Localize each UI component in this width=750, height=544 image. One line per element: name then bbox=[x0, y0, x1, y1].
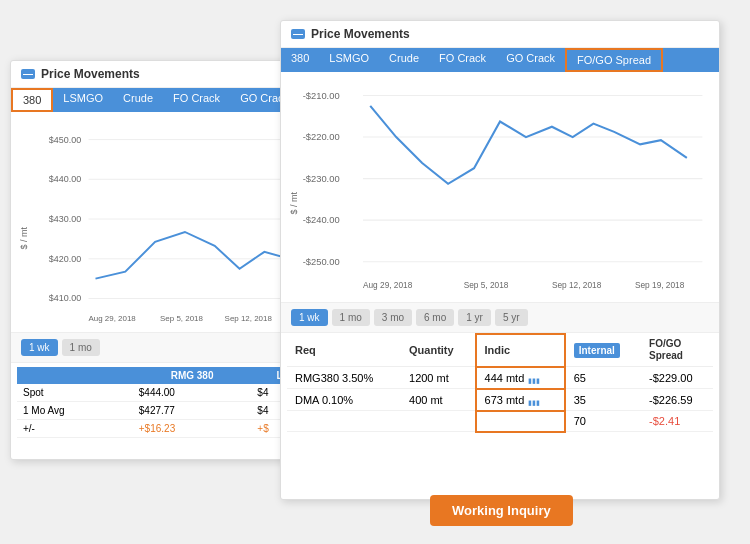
right-cell-fogo-1: -$229.00 bbox=[641, 367, 713, 389]
right-cell-indic-2: 673 mtd bbox=[476, 389, 565, 411]
internal-badge: Internal bbox=[574, 343, 620, 358]
right-row-1: RMG380 3.50% 1200 mt 444 mtd 65 -$229.00 bbox=[287, 367, 713, 389]
indic-text-2: 673 mtd bbox=[485, 394, 525, 406]
chart-icon-left bbox=[21, 69, 35, 79]
right-th-internal: Internal bbox=[565, 334, 641, 367]
right-panel: Price Movements 380 LSMGO Crude FO Crack… bbox=[280, 20, 720, 500]
left-cell-spot-rmg: $444.00 bbox=[133, 384, 252, 402]
right-th-qty: Quantity bbox=[401, 334, 476, 367]
tab-fo-crack-left[interactable]: FO Crack bbox=[163, 88, 230, 112]
tab-380-left[interactable]: 380 bbox=[11, 88, 53, 112]
right-panel-header: Price Movements bbox=[281, 21, 719, 48]
tab-fogo-spread-right[interactable]: FO/GO Spread bbox=[565, 48, 663, 72]
indic-value-1: 444 mtd bbox=[485, 372, 556, 384]
svg-text:Sep 19, 2018: Sep 19, 2018 bbox=[635, 280, 685, 290]
right-cell-internal-2: 35 bbox=[565, 389, 641, 411]
right-row-2: DMA 0.10% 400 mt 673 mtd 35 -$226.59 bbox=[287, 389, 713, 411]
svg-text:Sep 5, 2018: Sep 5, 2018 bbox=[464, 280, 509, 290]
svg-text:$410.00: $410.00 bbox=[49, 293, 81, 303]
right-row-3: 70 -$2.41 bbox=[287, 411, 713, 432]
right-cell-fogo-3: -$2.41 bbox=[641, 411, 713, 432]
left-y-axis-label: $ / mt bbox=[19, 227, 29, 250]
bar-chart-icon-1 bbox=[528, 373, 540, 383]
right-time-1yr[interactable]: 1 yr bbox=[458, 309, 491, 326]
svg-text:Sep 12, 2018: Sep 12, 2018 bbox=[225, 314, 273, 323]
right-data-table-wrap: Req Quantity Indic Internal FO/GOSpread … bbox=[281, 333, 719, 433]
tab-crude-left[interactable]: Crude bbox=[113, 88, 163, 112]
svg-text:-$230.00: -$230.00 bbox=[303, 174, 340, 184]
svg-text:-$210.00: -$210.00 bbox=[303, 91, 340, 101]
right-cell-req-2: DMA 0.10% bbox=[287, 389, 401, 411]
svg-text:$430.00: $430.00 bbox=[49, 214, 81, 224]
working-inquiry-button[interactable]: Working Inquiry bbox=[430, 495, 573, 526]
chart-icon-right bbox=[291, 29, 305, 39]
left-cell-1moavg-label: 1 Mo Avg bbox=[17, 402, 133, 420]
tab-go-crack-right[interactable]: GO Crack bbox=[496, 48, 565, 72]
left-data-table: RMG 380 LSM Spot $444.00 $4 1 Mo Avg $42… bbox=[17, 367, 323, 438]
left-th-empty bbox=[17, 367, 133, 384]
left-panel-title: Price Movements bbox=[41, 67, 140, 81]
tab-fo-crack-right[interactable]: FO Crack bbox=[429, 48, 496, 72]
right-time-1mo[interactable]: 1 mo bbox=[332, 309, 370, 326]
right-data-table: Req Quantity Indic Internal FO/GOSpread … bbox=[287, 333, 713, 433]
right-chart-svg: -$210.00 -$220.00 -$230.00 -$240.00 -$25… bbox=[291, 80, 709, 298]
left-cell-pm-label: +/- bbox=[17, 420, 133, 438]
right-time-5yr[interactable]: 5 yr bbox=[495, 309, 528, 326]
left-cell-1moavg-rmg: $427.77 bbox=[133, 402, 252, 420]
svg-text:Aug 29, 2018: Aug 29, 2018 bbox=[363, 280, 413, 290]
right-th-fogo: FO/GOSpread bbox=[641, 334, 713, 367]
right-cell-qty-1: 1200 mt bbox=[401, 367, 476, 389]
left-row-1moavg: 1 Mo Avg $427.77 $4 bbox=[17, 402, 323, 420]
svg-text:-$250.00: -$250.00 bbox=[303, 257, 340, 267]
right-time-3mo[interactable]: 3 mo bbox=[374, 309, 412, 326]
right-cell-qty-3 bbox=[401, 411, 476, 432]
right-cell-indic-3 bbox=[476, 411, 565, 432]
svg-text:Sep 5, 2018: Sep 5, 2018 bbox=[160, 314, 203, 323]
right-time-6mo[interactable]: 6 mo bbox=[416, 309, 454, 326]
bar-chart-icon-2 bbox=[528, 395, 540, 405]
right-cell-req-3 bbox=[287, 411, 401, 432]
right-tab-bar: 380 LSMGO Crude FO Crack GO Crack FO/GO … bbox=[281, 48, 719, 72]
left-chart-svg: $450.00 $440.00 $430.00 $420.00 $410.00 … bbox=[21, 120, 319, 328]
tab-380-right[interactable]: 380 bbox=[281, 48, 319, 72]
right-chart-area: $ / mt -$210.00 -$220.00 -$230.00 -$240.… bbox=[281, 72, 719, 302]
left-cell-pm-rmg: +$16.23 bbox=[133, 420, 252, 438]
left-row-spot: Spot $444.00 $4 bbox=[17, 384, 323, 402]
right-th-indic: Indic bbox=[476, 334, 565, 367]
right-cell-fogo-2: -$226.59 bbox=[641, 389, 713, 411]
svg-text:Sep 12, 2018: Sep 12, 2018 bbox=[552, 280, 602, 290]
right-cell-internal-3: 70 bbox=[565, 411, 641, 432]
right-cell-qty-2: 400 mt bbox=[401, 389, 476, 411]
svg-text:$440.00: $440.00 bbox=[49, 174, 81, 184]
tab-lsmgo-left[interactable]: LSMGO bbox=[53, 88, 113, 112]
indic-text-1: 444 mtd bbox=[485, 372, 525, 384]
svg-text:Aug 29, 2018: Aug 29, 2018 bbox=[89, 314, 137, 323]
left-time-1wk[interactable]: 1 wk bbox=[21, 339, 58, 356]
right-cell-indic-1: 444 mtd bbox=[476, 367, 565, 389]
right-time-1wk[interactable]: 1 wk bbox=[291, 309, 328, 326]
svg-text:$420.00: $420.00 bbox=[49, 254, 81, 264]
svg-text:-$220.00: -$220.00 bbox=[303, 132, 340, 142]
right-cell-req-1: RMG380 3.50% bbox=[287, 367, 401, 389]
left-cell-spot-label: Spot bbox=[17, 384, 133, 402]
right-th-req: Req bbox=[287, 334, 401, 367]
tab-lsmgo-right[interactable]: LSMGO bbox=[319, 48, 379, 72]
left-row-plusminus: +/- +$16.23 +$ bbox=[17, 420, 323, 438]
left-th-rmg380: RMG 380 bbox=[133, 367, 252, 384]
right-cell-internal-1: 65 bbox=[565, 367, 641, 389]
svg-text:$450.00: $450.00 bbox=[49, 135, 81, 145]
indic-value-2: 673 mtd bbox=[485, 394, 556, 406]
svg-text:-$240.00: -$240.00 bbox=[303, 215, 340, 225]
right-panel-title: Price Movements bbox=[311, 27, 410, 41]
right-time-tabs: 1 wk 1 mo 3 mo 6 mo 1 yr 5 yr bbox=[281, 302, 719, 333]
tab-crude-right[interactable]: Crude bbox=[379, 48, 429, 72]
right-y-axis-label: $ / mt bbox=[289, 192, 299, 215]
left-time-1mo[interactable]: 1 mo bbox=[62, 339, 100, 356]
